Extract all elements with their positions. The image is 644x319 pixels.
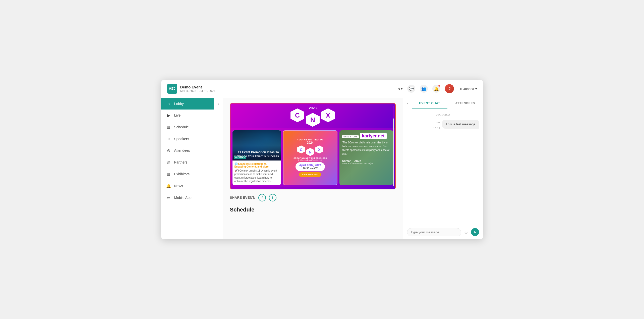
sidebar-item-exhibitors[interactable]: ▦ Exhibitors xyxy=(161,168,214,180)
top-header: 6C Demo Event Mar 4, 2023 - Jul 31, 2024… xyxy=(161,80,483,98)
user-greeting[interactable]: Hi, Joanna ▾ xyxy=(458,87,477,91)
event-name: Demo Event xyxy=(180,85,215,89)
chat-input-area: ☺ ➤ xyxy=(403,225,483,239)
live-icon: ▶ xyxy=(166,113,171,118)
kariyer-divider xyxy=(342,158,347,158)
sidebar-item-label: Attendees xyxy=(174,148,190,152)
card2-invite: YOU'RE INVITED TO xyxy=(297,138,323,141)
banner-inner: 2023 C N X xyxy=(230,103,395,189)
sidebar: ⌂ Lobby ▶ Live ▦ Schedule ○ Speakers ⊙ A… xyxy=(161,98,214,239)
sidebar-item-schedule[interactable]: ▦ Schedule xyxy=(161,121,214,133)
sidebar-item-label: Speakers xyxy=(174,137,189,141)
chevron-down-icon: ▾ xyxy=(475,87,477,91)
schedule-icon: ▦ xyxy=(166,125,171,130)
sidebar-item-label: Schedule xyxy=(174,125,189,129)
chat-message-bubble: This is test message xyxy=(442,120,479,129)
chat-panel-toggle[interactable]: › xyxy=(403,98,412,109)
attendees-icon: ⊙ xyxy=(166,148,171,153)
sidebar-item-label: Lobby xyxy=(174,102,184,106)
users-icon[interactable]: 👥 xyxy=(420,85,428,93)
tab-attendees[interactable]: ATTENDEES xyxy=(447,98,483,109)
sidebar-item-label: Partners xyxy=(174,160,188,164)
facebook-share-button[interactable]: f xyxy=(258,194,266,201)
cnx2024-card[interactable]: YOU'RE INVITED TO 2024 C N X CREATING NE… xyxy=(283,130,337,185)
send-message-button[interactable]: ➤ xyxy=(471,228,479,236)
sidebar-item-live[interactable]: ▶ Live xyxy=(161,110,214,121)
kariyer-role: WeBrand Team Lead at Kariyer xyxy=(342,162,390,165)
share-event-section: SHARE EVENT: f t xyxy=(230,194,396,201)
chat-icon[interactable]: 💬 xyxy=(407,85,415,93)
card2-creating: CREATING NEW EXPERIENCES xyxy=(294,157,327,159)
chat-header: › EVENT CHAT ATTENDEES xyxy=(403,98,483,109)
home-icon: ⌂ xyxy=(166,101,171,106)
event-dates: Mar 4, 2023 - Jul 31, 2024 xyxy=(180,89,215,93)
card1-link[interactable]: 🌐 Seamless Registrations, Engaging Conte… xyxy=(235,163,279,168)
speaker-icon: ○ xyxy=(166,137,171,141)
notification-badge xyxy=(438,85,440,87)
sidebar-item-mobile-app[interactable]: ▭ Mobile App xyxy=(161,192,214,204)
app-logo: 6C xyxy=(167,84,177,94)
sidebar-item-partners[interactable]: ◎ Partners xyxy=(161,156,214,168)
send-icon: ➤ xyxy=(474,230,477,234)
content-area: 2023 C N X xyxy=(223,98,403,239)
card1-desc: 🚀 6Connex unveils 11 dynamic event promo… xyxy=(235,169,279,183)
kariyer-author: Osman Tutkun xyxy=(342,159,390,162)
chat-message-input[interactable] xyxy=(407,228,461,236)
chat-message-row: ••• 18:11 This is test message xyxy=(407,120,479,130)
cnx-logo: C N X xyxy=(290,109,335,127)
tab-event-chat[interactable]: EVENT CHAT xyxy=(412,98,448,109)
sidebar-collapse-button[interactable]: ‹ xyxy=(214,98,223,239)
cnx2024-logo: C N X xyxy=(297,145,323,156)
kariyer-quote: "The 6Connex platform is user-friendly f… xyxy=(342,141,390,156)
card1-content: 🌐 Seamless Registrations, Engaging Conte… xyxy=(232,161,281,185)
card2-time: 10:30 am CT xyxy=(299,167,321,170)
exhibitors-icon: ▦ xyxy=(166,172,171,177)
chat-more-icon[interactable]: ••• xyxy=(436,121,440,125)
twitter-share-button[interactable]: t xyxy=(269,194,276,201)
save-seat-button[interactable]: Save Your Seat xyxy=(299,172,321,177)
chat-panel: › EVENT CHAT ATTENDEES 06/01/2022 ••• 18… xyxy=(403,98,483,239)
card2-year: 2024 xyxy=(307,141,314,144)
sidebar-item-label: Mobile App xyxy=(174,196,192,200)
letter-n-hex: N xyxy=(306,113,320,127)
app-window: 6C Demo Event Mar 4, 2023 - Jul 31, 2024… xyxy=(161,80,483,239)
banner-year: 2023 xyxy=(309,106,317,110)
main-layout: ⌂ Lobby ▶ Live ▦ Schedule ○ Speakers ⊙ A… xyxy=(161,98,483,239)
sidebar-item-lobby[interactable]: ⌂ Lobby xyxy=(161,98,214,110)
emoji-button[interactable]: ☺ xyxy=(464,230,468,235)
banner-container: 2023 C N X xyxy=(230,103,396,189)
language-selector[interactable]: EN ▾ xyxy=(395,87,403,91)
date-badge: April 10th, 2024 10:30 am CT xyxy=(296,162,325,171)
sidebar-item-label: Exhibitors xyxy=(174,172,190,176)
scrollbar-thumb xyxy=(393,106,394,119)
logo-area: 6C Demo Event Mar 4, 2023 - Jul 31, 2024 xyxy=(167,84,215,94)
case-study-label: CASE STUDY xyxy=(342,135,359,138)
chat-body: 06/01/2022 ••• 18:11 This is test messag… xyxy=(403,109,483,225)
mobile-icon: ▭ xyxy=(166,195,171,200)
notifications-icon[interactable]: 🔔 xyxy=(432,85,440,93)
header-right: EN ▾ 💬 👥 🔔 J Hi, Joanna ▾ xyxy=(395,84,477,93)
chat-timestamp: 18:11 xyxy=(433,127,440,130)
chevron-down-icon: ▾ xyxy=(401,87,403,91)
kariyer-brand: kariyer.net xyxy=(360,133,387,139)
card1-title: 11 Event Promotion Ideas To Enhance Your… xyxy=(235,150,279,158)
sidebar-item-news[interactable]: 🔔 News xyxy=(161,180,214,192)
sidebar-item-speakers[interactable]: ○ Speakers xyxy=(161,133,214,145)
card2-summit: A 6Connex Event Tech Summit xyxy=(298,159,322,161)
event-info: Demo Event Mar 4, 2023 - Jul 31, 2024 xyxy=(180,85,215,93)
cards-row: 11 Event Promotion Ideas To Enhance Your… xyxy=(230,128,395,187)
blog-card[interactable]: 11 Event Promotion Ideas To Enhance Your… xyxy=(232,130,281,185)
partners-icon: ◎ xyxy=(166,160,171,165)
card2-date: April 10th, 2024 xyxy=(299,164,321,167)
schedule-title: Schedule xyxy=(230,206,396,213)
chat-message-meta: ••• 18:11 xyxy=(433,120,440,130)
sidebar-item-label: Live xyxy=(174,113,181,117)
chat-date: 06/01/2022 xyxy=(407,113,479,116)
kariyer-card[interactable]: CASE STUDY kariyer.net "The 6Connex plat… xyxy=(339,130,393,185)
sidebar-item-label: News xyxy=(174,184,183,188)
share-event-label: SHARE EVENT: xyxy=(230,196,255,199)
sidebar-item-attendees[interactable]: ⊙ Attendees xyxy=(161,145,214,156)
letter-x-hex: X xyxy=(321,109,335,122)
banner-scrollbar[interactable] xyxy=(393,106,394,186)
letter-c-hex: C xyxy=(290,109,304,122)
